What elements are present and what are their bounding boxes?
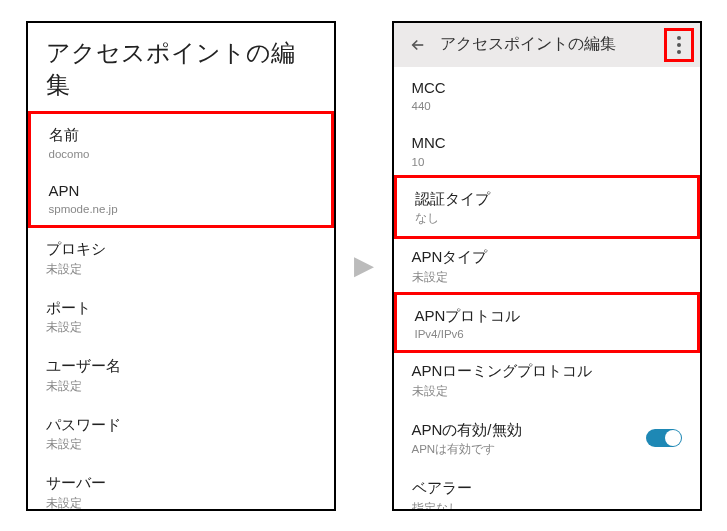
item-value: APNは有効です (412, 442, 522, 457)
item-value: 10 (412, 156, 682, 168)
item-name[interactable]: 名前 docomo (31, 114, 331, 170)
item-label: 認証タイプ (415, 189, 679, 209)
item-value: 440 (412, 100, 682, 112)
back-button[interactable] (404, 31, 432, 59)
item-server[interactable]: サーバー 未設定 (28, 462, 334, 510)
arrow-icon: ▶ (354, 250, 374, 281)
item-port[interactable]: ポート 未設定 (28, 287, 334, 346)
highlight-group-name-apn: 名前 docomo APN spmode.ne.jp (28, 111, 334, 228)
item-value: 未設定 (46, 379, 316, 394)
item-label: APNタイプ (412, 247, 682, 267)
item-value: spmode.ne.jp (49, 203, 313, 215)
item-auth-type[interactable]: 認証タイプ なし (394, 175, 700, 240)
apn-enabled-toggle[interactable] (646, 429, 682, 447)
item-value: 未設定 (46, 437, 316, 452)
item-label: APNプロトコル (415, 306, 679, 326)
item-label: APNローミングプロトコル (412, 361, 682, 381)
item-bearer[interactable]: ベアラー 指定なし (394, 467, 700, 511)
item-value: 未設定 (412, 384, 682, 399)
item-value: なし (415, 211, 679, 226)
item-apn[interactable]: APN spmode.ne.jp (31, 170, 331, 226)
item-value: 未設定 (412, 270, 682, 285)
item-label: APN (49, 181, 313, 201)
item-label: ユーザー名 (46, 356, 316, 376)
item-apn-enabled[interactable]: APNの有効/無効 APNは有効です (394, 409, 700, 468)
item-value: docomo (49, 148, 313, 160)
item-label: APNの有効/無効 (412, 420, 522, 440)
item-label: 名前 (49, 125, 313, 145)
item-mcc[interactable]: MCC 440 (394, 67, 700, 123)
item-label: サーバー (46, 473, 316, 493)
more-vert-icon (677, 36, 681, 54)
appbar-title: アクセスポイントの編集 (432, 34, 664, 55)
item-label: プロキシ (46, 239, 316, 259)
item-value: 未設定 (46, 496, 316, 511)
settings-list-right: MCC 440 MNC 10 認証タイプ なし APNタイプ 未設定 APNプロ… (394, 67, 700, 511)
item-value: 指定なし (412, 501, 682, 511)
item-proxy[interactable]: プロキシ 未設定 (28, 228, 334, 287)
phone-left: アクセスポイントの編集 名前 docomo APN spmode.ne.jp プ… (26, 21, 336, 511)
item-username[interactable]: ユーザー名 未設定 (28, 345, 334, 404)
item-value: IPv4/IPv6 (415, 328, 679, 340)
appbar: アクセスポイントの編集 (394, 23, 700, 67)
item-mnc[interactable]: MNC 10 (394, 122, 700, 178)
overflow-menu-button[interactable] (664, 28, 694, 62)
item-label: ポート (46, 298, 316, 318)
item-password[interactable]: パスワード 未設定 (28, 404, 334, 463)
item-label: ベアラー (412, 478, 682, 498)
item-value: 未設定 (46, 320, 316, 335)
item-value: 未設定 (46, 262, 316, 277)
back-arrow-icon (409, 36, 427, 54)
item-apn-type[interactable]: APNタイプ 未設定 (394, 236, 700, 295)
item-apn-roaming-protocol[interactable]: APNローミングプロトコル 未設定 (394, 350, 700, 409)
page-title: アクセスポイントの編集 (28, 23, 334, 112)
item-label: MNC (412, 133, 682, 153)
item-apn-protocol[interactable]: APNプロトコル IPv4/IPv6 (394, 292, 700, 354)
phone-right: アクセスポイントの編集 MCC 440 MNC 10 認証タイプ なし APNタ… (392, 21, 702, 511)
item-text: APNの有効/無効 APNは有効です (412, 420, 522, 458)
item-label: パスワード (46, 415, 316, 435)
item-label: MCC (412, 78, 682, 98)
settings-list-left: 名前 docomo APN spmode.ne.jp プロキシ 未設定 ポート … (28, 111, 334, 510)
